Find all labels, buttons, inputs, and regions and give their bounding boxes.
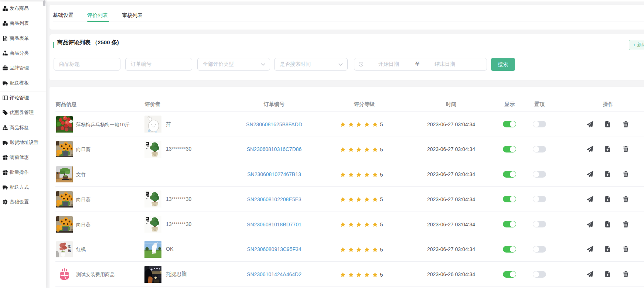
svg-text:枫: 枫 (68, 249, 71, 253)
svg-text:红: 红 (67, 245, 71, 248)
